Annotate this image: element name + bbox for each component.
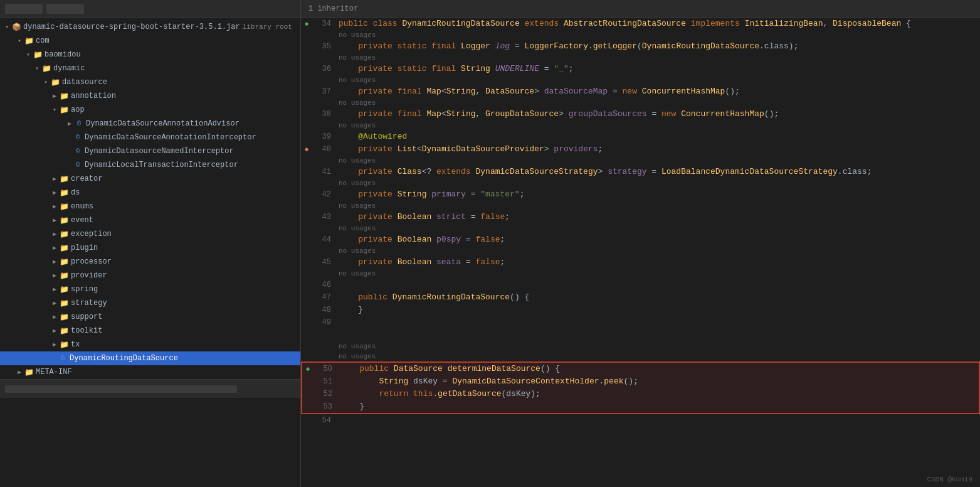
label-baomidou: baomidou: [45, 50, 81, 59]
tree-item-enums[interactable]: ▶ 📁 enums: [0, 200, 300, 213]
code-token: [559, 19, 564, 28]
tree-item-spring[interactable]: ▶ 📁 spring: [0, 282, 300, 296]
code-line: 51 String dsKey = DynamicDataSourceConte…: [302, 375, 979, 388]
code-token: <: [441, 87, 446, 96]
line-gutter: 46: [301, 279, 336, 291]
tree-item-meta-inf[interactable]: ▶ 📁 META-INF: [0, 365, 300, 379]
code-token: [520, 19, 525, 28]
code-token: class: [373, 19, 398, 28]
tree-item-toolkit[interactable]: ▶ 📁 toolkit: [0, 324, 300, 338]
code-token: [393, 64, 398, 73]
code-line: ◆34public class DynamicRoutingDataSource…: [301, 18, 980, 30]
tree-item-interceptor[interactable]: © DynamicDataSourceAnnotationInterceptor: [0, 131, 300, 144]
code-token: (dsKey);: [502, 389, 540, 399]
arrow-creator: ▶: [50, 175, 59, 183]
line-content: return this.getDataSource(dsKey);: [337, 388, 979, 400]
arrow-aop: ▾: [50, 106, 59, 114]
code-token: >: [544, 144, 554, 154]
tree-item-provider[interactable]: ▶ 📁 provider: [0, 269, 300, 282]
code-token: private: [358, 64, 393, 73]
code-token: ;: [500, 235, 505, 244]
label-ds: ds: [71, 188, 80, 197]
code-token: [456, 41, 461, 51]
tree-item-com[interactable]: ▾ 📁 com: [0, 34, 300, 48]
tree-item-dynamic[interactable]: ▾ 📁 dynamic: [0, 62, 300, 75]
code-token: peek: [604, 377, 623, 386]
tree-item-event[interactable]: ▶ 📁 event: [0, 213, 300, 227]
line-gutter: 54: [301, 414, 336, 427]
tree-item-jar[interactable]: ▾ 📦 dynamic-datasource-spring-boot-start…: [0, 20, 300, 34]
code-token: [339, 41, 358, 51]
line-number: 52: [315, 388, 332, 400]
code-line: 54: [301, 414, 980, 427]
code-line: 45 private Boolean seata = false;: [301, 256, 980, 269]
tree-item-plugin[interactable]: ▶ 📁 plugin: [0, 241, 300, 255]
label-dynamic: dynamic: [53, 64, 85, 73]
code-token: =: [466, 190, 480, 199]
tree-item-ds[interactable]: ▶ 📁 ds: [0, 186, 300, 200]
tree-item-aop[interactable]: ▾ 📁 aop: [0, 103, 300, 117]
tree-item-processor[interactable]: ▶ 📁 processor: [0, 255, 300, 269]
tree-item-advisor[interactable]: ▶ © DynamicDataSourceAnnotationAdvisor: [0, 117, 300, 131]
code-token: [490, 41, 495, 51]
code-content[interactable]: ◆34public class DynamicRoutingDataSource…: [301, 18, 980, 487]
code-token: ConcurrentHashMap: [681, 109, 764, 119]
line-gutter: 44: [301, 233, 336, 246]
code-token: seata: [436, 257, 461, 267]
code-token: Boolean: [398, 235, 432, 244]
code-token: .class;: [838, 167, 872, 176]
tree-item-local-tx[interactable]: © DynamicLocalTransactionInterceptor: [0, 158, 300, 172]
line-content: }: [337, 400, 979, 413]
code-token: DynamicDataSourceProvider: [422, 144, 544, 154]
code-token: getLogger: [593, 41, 637, 51]
tree-item-tx[interactable]: ▶ 📁 tx: [0, 338, 300, 351]
code-token: ;: [505, 212, 510, 222]
code-token: "_": [554, 64, 568, 73]
meta-line: no usages: [301, 75, 980, 85]
top-bar-btn-1[interactable]: [5, 4, 43, 14]
label-strategy: strategy: [71, 299, 107, 308]
code-token: final: [431, 64, 456, 73]
code-token: private: [358, 235, 393, 244]
code-area: 1 inheritor ◆34public class DynamicRouti…: [301, 0, 980, 487]
code-token: ,: [476, 109, 486, 119]
tree-item-exception[interactable]: ▶ 📁 exception: [0, 227, 300, 241]
code-token: ;: [520, 190, 525, 199]
code-token: [389, 364, 394, 373]
tree-item-creator[interactable]: ▶ 📁 creator: [0, 172, 300, 186]
code-token: [490, 64, 495, 73]
arrow-com: ▾: [15, 37, 24, 45]
label-enums: enums: [71, 202, 93, 211]
code-token: [637, 87, 642, 96]
arrow-support: ▶: [50, 313, 59, 321]
bottom-placeholder: [5, 385, 237, 393]
top-bar-btn-2[interactable]: [46, 4, 84, 14]
tree-item-baomidou[interactable]: ▾ 📁 baomidou: [0, 48, 300, 62]
tree-item-strategy[interactable]: ▶ 📁 strategy: [0, 296, 300, 310]
arrow-meta-inf: ▶: [15, 368, 24, 376]
tree-item-annotation[interactable]: ▶ 📁 annotation: [0, 89, 300, 103]
code-line: 49: [301, 316, 980, 329]
code-token: .: [588, 41, 593, 51]
tree-item-datasource[interactable]: ▾ 📁 datasource: [0, 75, 300, 89]
label-named: DynamicDatasourceNamedInterceptor: [85, 147, 234, 156]
code-token: LoadBalanceDynamicDataSourceStrategy: [661, 167, 838, 176]
tree-item-support[interactable]: ▶ 📁 support: [0, 310, 300, 324]
code-token: @Autowired: [358, 132, 407, 141]
tree-item-named[interactable]: © DynamicDatasourceNamedInterceptor: [0, 144, 300, 158]
code-token: private: [358, 212, 393, 222]
code-token: >: [598, 167, 608, 176]
arrow-strategy: ▶: [50, 299, 59, 307]
code-token: String: [446, 87, 476, 96]
watermark: CSDN @Kom19: [927, 476, 972, 483]
meta-line-pre50: no usages: [301, 351, 980, 361]
code-token: strategy: [608, 167, 646, 176]
tree-item-dynamic-routing[interactable]: © DynamicRoutingDataSource: [0, 351, 300, 365]
code-token: return: [379, 389, 408, 399]
meta-line: no usages: [301, 53, 980, 63]
code-token: [340, 377, 379, 386]
code-token: DisposableBean: [833, 19, 901, 28]
code-token: {: [901, 19, 911, 28]
label-interceptor: DynamicDataSourceAnnotationInterceptor: [85, 133, 256, 142]
code-token: [393, 257, 398, 267]
